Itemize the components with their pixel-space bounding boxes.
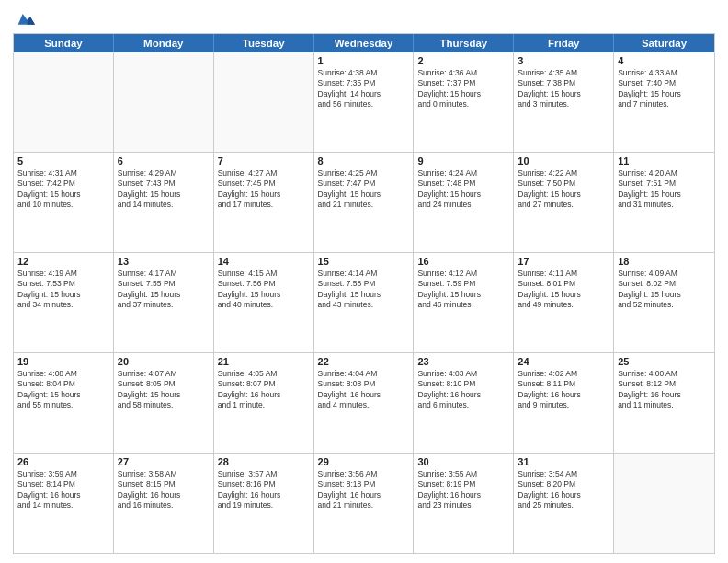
calendar-cell: 6Sunrise: 4:29 AM Sunset: 7:43 PM Daylig… <box>114 153 214 252</box>
header-cell-friday: Friday <box>514 34 614 52</box>
calendar-cell <box>14 52 114 152</box>
cell-info: Sunrise: 4:05 AM Sunset: 8:07 PM Dayligh… <box>218 369 310 411</box>
cell-info: Sunrise: 4:19 AM Sunset: 7:53 PM Dayligh… <box>17 269 109 311</box>
cell-info: Sunrise: 3:59 AM Sunset: 8:14 PM Dayligh… <box>17 469 109 511</box>
calendar-row-4: 26Sunrise: 3:59 AM Sunset: 8:14 PM Dayli… <box>14 453 714 553</box>
calendar-row-0: 1Sunrise: 4:38 AM Sunset: 7:35 PM Daylig… <box>14 52 714 152</box>
calendar-cell: 3Sunrise: 4:35 AM Sunset: 7:38 PM Daylig… <box>514 52 614 152</box>
cell-info: Sunrise: 4:12 AM Sunset: 7:59 PM Dayligh… <box>417 269 509 311</box>
cell-day-number: 16 <box>417 256 509 267</box>
cell-info: Sunrise: 4:27 AM Sunset: 7:45 PM Dayligh… <box>218 168 310 211</box>
calendar-row-2: 12Sunrise: 4:19 AM Sunset: 7:53 PM Dayli… <box>14 252 714 352</box>
cell-info: Sunrise: 4:25 AM Sunset: 7:47 PM Dayligh… <box>318 168 410 211</box>
calendar-cell: 24Sunrise: 4:02 AM Sunset: 8:11 PM Dayli… <box>514 353 614 453</box>
cell-info: Sunrise: 4:29 AM Sunset: 7:43 PM Dayligh… <box>118 168 210 211</box>
calendar-cell: 14Sunrise: 4:15 AM Sunset: 7:56 PM Dayli… <box>214 253 314 352</box>
calendar: SundayMondayTuesdayWednesdayThursdayFrid… <box>13 33 715 554</box>
cell-info: Sunrise: 4:14 AM Sunset: 7:58 PM Dayligh… <box>318 269 410 311</box>
calendar-body: 1Sunrise: 4:38 AM Sunset: 7:35 PM Daylig… <box>14 52 714 553</box>
cell-info: Sunrise: 3:57 AM Sunset: 8:16 PM Dayligh… <box>218 469 310 511</box>
cell-info: Sunrise: 4:08 AM Sunset: 8:04 PM Dayligh… <box>17 369 109 411</box>
cell-day-number: 14 <box>218 256 310 267</box>
calendar-cell: 15Sunrise: 4:14 AM Sunset: 7:58 PM Dayli… <box>314 253 415 352</box>
cell-day-number: 20 <box>118 356 210 367</box>
calendar-cell: 7Sunrise: 4:27 AM Sunset: 7:45 PM Daylig… <box>214 153 314 252</box>
calendar-row-3: 19Sunrise: 4:08 AM Sunset: 8:04 PM Dayli… <box>14 352 714 453</box>
cell-day-number: 11 <box>618 155 711 167</box>
cell-info: Sunrise: 4:17 AM Sunset: 7:55 PM Dayligh… <box>118 269 210 311</box>
cell-day-number: 24 <box>518 356 609 367</box>
cell-info: Sunrise: 4:38 AM Sunset: 7:35 PM Dayligh… <box>318 68 410 110</box>
cell-day-number: 12 <box>17 256 109 267</box>
cell-day-number: 3 <box>518 55 609 66</box>
cell-info: Sunrise: 4:15 AM Sunset: 7:56 PM Dayligh… <box>218 269 310 311</box>
calendar-cell: 26Sunrise: 3:59 AM Sunset: 8:14 PM Dayli… <box>14 454 114 553</box>
calendar-cell: 11Sunrise: 4:20 AM Sunset: 7:51 PM Dayli… <box>614 153 714 252</box>
header-cell-saturday: Saturday <box>614 34 714 52</box>
cell-day-number: 27 <box>118 456 210 467</box>
cell-day-number: 22 <box>318 356 410 367</box>
cell-info: Sunrise: 3:58 AM Sunset: 8:15 PM Dayligh… <box>118 469 210 511</box>
calendar-cell: 16Sunrise: 4:12 AM Sunset: 7:59 PM Dayli… <box>414 253 514 352</box>
cell-day-number: 29 <box>318 456 410 467</box>
cell-day-number: 28 <box>218 456 310 467</box>
header-cell-tuesday: Tuesday <box>214 34 314 52</box>
calendar-cell: 4Sunrise: 4:33 AM Sunset: 7:40 PM Daylig… <box>614 52 714 152</box>
cell-day-number: 4 <box>618 55 711 66</box>
header-cell-thursday: Thursday <box>414 34 514 52</box>
cell-day-number: 18 <box>618 256 711 267</box>
calendar-cell: 23Sunrise: 4:03 AM Sunset: 8:10 PM Dayli… <box>414 353 514 453</box>
cell-info: Sunrise: 4:36 AM Sunset: 7:37 PM Dayligh… <box>417 68 509 110</box>
calendar-cell: 22Sunrise: 4:04 AM Sunset: 8:08 PM Dayli… <box>314 353 415 453</box>
logo <box>13 9 37 28</box>
header-cell-sunday: Sunday <box>14 34 114 52</box>
cell-info: Sunrise: 4:02 AM Sunset: 8:11 PM Dayligh… <box>518 369 609 411</box>
cell-info: Sunrise: 4:09 AM Sunset: 8:02 PM Dayligh… <box>618 269 711 311</box>
calendar-cell: 21Sunrise: 4:05 AM Sunset: 8:07 PM Dayli… <box>214 353 314 453</box>
cell-day-number: 31 <box>518 456 609 467</box>
cell-day-number: 26 <box>17 456 109 467</box>
calendar-cell: 17Sunrise: 4:11 AM Sunset: 8:01 PM Dayli… <box>514 253 614 352</box>
cell-day-number: 19 <box>17 356 109 367</box>
calendar-cell: 27Sunrise: 3:58 AM Sunset: 8:15 PM Dayli… <box>114 454 214 553</box>
calendar-cell: 28Sunrise: 3:57 AM Sunset: 8:16 PM Dayli… <box>214 454 314 553</box>
header-cell-monday: Monday <box>114 34 214 52</box>
cell-info: Sunrise: 4:11 AM Sunset: 8:01 PM Dayligh… <box>518 269 609 311</box>
header <box>13 9 715 28</box>
cell-day-number: 25 <box>618 356 711 367</box>
cell-day-number: 10 <box>518 155 609 167</box>
cell-day-number: 21 <box>218 356 310 367</box>
calendar-cell: 13Sunrise: 4:17 AM Sunset: 7:55 PM Dayli… <box>114 253 214 352</box>
cell-day-number: 23 <box>417 356 509 367</box>
calendar-cell: 31Sunrise: 3:54 AM Sunset: 8:20 PM Dayli… <box>514 454 614 553</box>
calendar-cell: 29Sunrise: 3:56 AM Sunset: 8:18 PM Dayli… <box>314 454 415 553</box>
cell-day-number: 6 <box>118 155 210 167</box>
calendar-cell <box>114 52 214 152</box>
calendar-row-1: 5Sunrise: 4:31 AM Sunset: 7:42 PM Daylig… <box>14 152 714 252</box>
cell-info: Sunrise: 4:35 AM Sunset: 7:38 PM Dayligh… <box>518 68 609 110</box>
cell-info: Sunrise: 4:33 AM Sunset: 7:40 PM Dayligh… <box>618 68 711 110</box>
calendar-cell: 1Sunrise: 4:38 AM Sunset: 7:35 PM Daylig… <box>314 52 415 152</box>
cell-day-number: 1 <box>318 55 410 66</box>
calendar-cell: 10Sunrise: 4:22 AM Sunset: 7:50 PM Dayli… <box>514 153 614 252</box>
header-cell-wednesday: Wednesday <box>314 34 415 52</box>
calendar-cell: 5Sunrise: 4:31 AM Sunset: 7:42 PM Daylig… <box>14 153 114 252</box>
cell-info: Sunrise: 4:22 AM Sunset: 7:50 PM Dayligh… <box>518 168 609 211</box>
cell-info: Sunrise: 4:31 AM Sunset: 7:42 PM Dayligh… <box>17 168 109 211</box>
calendar-cell: 18Sunrise: 4:09 AM Sunset: 8:02 PM Dayli… <box>614 253 714 352</box>
calendar-cell: 9Sunrise: 4:24 AM Sunset: 7:48 PM Daylig… <box>414 153 514 252</box>
cell-day-number: 30 <box>417 456 509 467</box>
cell-info: Sunrise: 4:04 AM Sunset: 8:08 PM Dayligh… <box>318 369 410 411</box>
calendar-cell: 25Sunrise: 4:00 AM Sunset: 8:12 PM Dayli… <box>614 353 714 453</box>
cell-day-number: 13 <box>118 256 210 267</box>
calendar-cell: 12Sunrise: 4:19 AM Sunset: 7:53 PM Dayli… <box>14 253 114 352</box>
calendar-cell: 8Sunrise: 4:25 AM Sunset: 7:47 PM Daylig… <box>314 153 415 252</box>
calendar-header: SundayMondayTuesdayWednesdayThursdayFrid… <box>14 34 714 52</box>
cell-info: Sunrise: 3:56 AM Sunset: 8:18 PM Dayligh… <box>318 469 410 511</box>
logo-icon <box>17 9 35 28</box>
cell-day-number: 7 <box>218 155 310 167</box>
cell-day-number: 5 <box>17 155 109 167</box>
cell-info: Sunrise: 4:20 AM Sunset: 7:51 PM Dayligh… <box>618 168 711 211</box>
cell-day-number: 17 <box>518 256 609 267</box>
calendar-cell: 2Sunrise: 4:36 AM Sunset: 7:37 PM Daylig… <box>414 52 514 152</box>
